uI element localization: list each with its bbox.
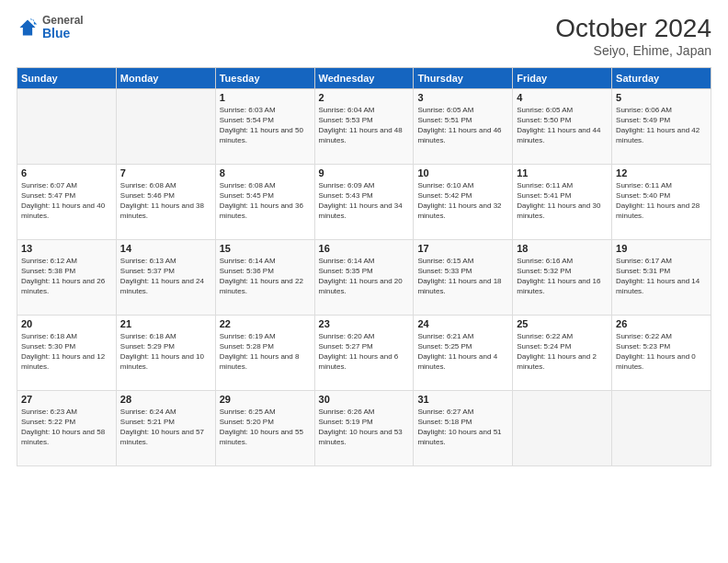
logo-text: General Blue [42, 15, 84, 41]
day-info: Sunrise: 6:18 AMSunset: 5:29 PMDaylight:… [120, 331, 211, 373]
day-info: Sunrise: 6:27 AMSunset: 5:18 PMDaylight:… [417, 407, 508, 448]
day-info: Sunrise: 6:14 AMSunset: 5:36 PMDaylight:… [220, 256, 311, 297]
day-number: 15 [220, 243, 311, 254]
calendar-day-cell: 14Sunrise: 6:13 AMSunset: 5:37 PMDayligh… [116, 239, 215, 315]
calendar-day-cell [17, 88, 117, 164]
weekday-header-cell: Sunday [17, 67, 117, 88]
weekday-header-row: SundayMondayTuesdayWednesdayThursdayFrid… [17, 67, 711, 88]
day-info: Sunrise: 6:08 AMSunset: 5:46 PMDaylight:… [120, 180, 211, 222]
calendar-day-cell: 18Sunrise: 6:16 AMSunset: 5:32 PMDayligh… [513, 239, 612, 315]
weekday-header-cell: Wednesday [314, 67, 414, 88]
day-number: 23 [319, 318, 410, 329]
calendar-day-cell: 6Sunrise: 6:07 AMSunset: 5:47 PMDaylight… [17, 164, 117, 239]
page-header: General Blue October 2024 Seiyo, Ehime, … [17, 15, 711, 58]
calendar-day-cell: 31Sunrise: 6:27 AMSunset: 5:18 PMDayligh… [414, 390, 513, 465]
day-number: 11 [517, 167, 608, 178]
title-block: October 2024 Seiyo, Ehime, Japan [555, 15, 711, 58]
day-number: 10 [417, 167, 508, 178]
day-number: 21 [120, 318, 211, 329]
day-number: 20 [21, 318, 112, 329]
calendar-day-cell: 24Sunrise: 6:21 AMSunset: 5:25 PMDayligh… [414, 315, 513, 390]
calendar-day-cell: 26Sunrise: 6:22 AMSunset: 5:23 PMDayligh… [612, 315, 711, 390]
day-number: 31 [417, 394, 508, 405]
day-number: 9 [319, 167, 410, 178]
calendar-week-row: 6Sunrise: 6:07 AMSunset: 5:47 PMDaylight… [17, 164, 711, 239]
day-info: Sunrise: 6:06 AMSunset: 5:49 PMDaylight:… [616, 105, 707, 146]
day-info: Sunrise: 6:19 AMSunset: 5:28 PMDaylight:… [220, 331, 311, 373]
day-number: 12 [616, 167, 707, 178]
calendar-day-cell: 7Sunrise: 6:08 AMSunset: 5:46 PMDaylight… [116, 164, 215, 239]
day-number: 4 [517, 92, 608, 103]
svg-marker-1 [30, 18, 37, 25]
calendar-day-cell: 20Sunrise: 6:18 AMSunset: 5:30 PMDayligh… [17, 315, 117, 390]
calendar-day-cell: 16Sunrise: 6:14 AMSunset: 5:35 PMDayligh… [314, 239, 414, 315]
day-number: 1 [220, 92, 311, 103]
calendar-day-cell [116, 88, 215, 164]
calendar-day-cell: 13Sunrise: 6:12 AMSunset: 5:38 PMDayligh… [17, 239, 117, 315]
weekday-header-cell: Thursday [414, 67, 513, 88]
calendar-day-cell: 19Sunrise: 6:17 AMSunset: 5:31 PMDayligh… [612, 239, 711, 315]
day-info: Sunrise: 6:05 AMSunset: 5:51 PMDaylight:… [417, 105, 508, 146]
day-number: 7 [120, 167, 211, 178]
logo-icon [17, 17, 39, 39]
day-info: Sunrise: 6:24 AMSunset: 5:21 PMDaylight:… [120, 407, 211, 448]
day-info: Sunrise: 6:16 AMSunset: 5:32 PMDaylight:… [517, 256, 608, 297]
svg-marker-0 [19, 20, 35, 36]
day-info: Sunrise: 6:05 AMSunset: 5:50 PMDaylight:… [517, 105, 608, 146]
weekday-header-cell: Friday [513, 67, 612, 88]
day-info: Sunrise: 6:11 AMSunset: 5:41 PMDaylight:… [517, 180, 608, 222]
calendar-day-cell: 29Sunrise: 6:25 AMSunset: 5:20 PMDayligh… [215, 390, 314, 465]
calendar-day-cell: 25Sunrise: 6:22 AMSunset: 5:24 PMDayligh… [513, 315, 612, 390]
calendar-week-row: 27Sunrise: 6:23 AMSunset: 5:22 PMDayligh… [17, 390, 711, 465]
day-number: 13 [21, 243, 112, 254]
calendar-day-cell: 15Sunrise: 6:14 AMSunset: 5:36 PMDayligh… [215, 239, 314, 315]
day-number: 25 [517, 318, 608, 329]
day-info: Sunrise: 6:03 AMSunset: 5:54 PMDaylight:… [220, 105, 311, 146]
weekday-header-cell: Monday [116, 67, 215, 88]
logo-blue: Blue [42, 27, 84, 40]
day-number: 8 [220, 167, 311, 178]
day-info: Sunrise: 6:23 AMSunset: 5:22 PMDaylight:… [21, 407, 112, 448]
calendar-day-cell: 1Sunrise: 6:03 AMSunset: 5:54 PMDaylight… [215, 88, 314, 164]
day-info: Sunrise: 6:25 AMSunset: 5:20 PMDaylight:… [220, 407, 311, 448]
day-info: Sunrise: 6:14 AMSunset: 5:35 PMDaylight:… [319, 256, 410, 297]
day-info: Sunrise: 6:20 AMSunset: 5:27 PMDaylight:… [319, 331, 410, 373]
calendar-day-cell [612, 390, 711, 465]
calendar-week-row: 20Sunrise: 6:18 AMSunset: 5:30 PMDayligh… [17, 315, 711, 390]
day-info: Sunrise: 6:12 AMSunset: 5:38 PMDaylight:… [21, 256, 112, 297]
calendar-day-cell: 4Sunrise: 6:05 AMSunset: 5:50 PMDaylight… [513, 88, 612, 164]
logo: General Blue [17, 15, 84, 41]
calendar-table: SundayMondayTuesdayWednesdayThursdayFrid… [17, 67, 711, 466]
day-info: Sunrise: 6:22 AMSunset: 5:23 PMDaylight:… [616, 331, 707, 373]
weekday-header-cell: Saturday [612, 67, 711, 88]
calendar-day-cell: 17Sunrise: 6:15 AMSunset: 5:33 PMDayligh… [414, 239, 513, 315]
calendar-body: 1Sunrise: 6:03 AMSunset: 5:54 PMDaylight… [17, 88, 711, 465]
day-number: 18 [517, 243, 608, 254]
location-subtitle: Seiyo, Ehime, Japan [555, 43, 711, 58]
day-number: 2 [319, 92, 410, 103]
day-info: Sunrise: 6:18 AMSunset: 5:30 PMDaylight:… [21, 331, 112, 373]
day-number: 26 [616, 318, 707, 329]
day-number: 17 [417, 243, 508, 254]
month-title: October 2024 [555, 15, 711, 43]
calendar-page: General Blue October 2024 Seiyo, Ehime, … [0, 0, 728, 563]
calendar-day-cell [513, 390, 612, 465]
day-number: 3 [417, 92, 508, 103]
day-info: Sunrise: 6:15 AMSunset: 5:33 PMDaylight:… [417, 256, 508, 297]
day-number: 14 [120, 243, 211, 254]
day-number: 5 [616, 92, 707, 103]
day-number: 24 [417, 318, 508, 329]
weekday-header-cell: Tuesday [215, 67, 314, 88]
calendar-day-cell: 21Sunrise: 6:18 AMSunset: 5:29 PMDayligh… [116, 315, 215, 390]
day-info: Sunrise: 6:17 AMSunset: 5:31 PMDaylight:… [616, 256, 707, 297]
day-info: Sunrise: 6:13 AMSunset: 5:37 PMDaylight:… [120, 256, 211, 297]
day-number: 16 [319, 243, 410, 254]
calendar-day-cell: 3Sunrise: 6:05 AMSunset: 5:51 PMDaylight… [414, 88, 513, 164]
calendar-day-cell: 23Sunrise: 6:20 AMSunset: 5:27 PMDayligh… [314, 315, 414, 390]
day-number: 22 [220, 318, 311, 329]
calendar-day-cell: 30Sunrise: 6:26 AMSunset: 5:19 PMDayligh… [314, 390, 414, 465]
calendar-day-cell: 11Sunrise: 6:11 AMSunset: 5:41 PMDayligh… [513, 164, 612, 239]
calendar-day-cell: 12Sunrise: 6:11 AMSunset: 5:40 PMDayligh… [612, 164, 711, 239]
calendar-day-cell: 2Sunrise: 6:04 AMSunset: 5:53 PMDaylight… [314, 88, 414, 164]
day-info: Sunrise: 6:08 AMSunset: 5:45 PMDaylight:… [220, 180, 311, 222]
